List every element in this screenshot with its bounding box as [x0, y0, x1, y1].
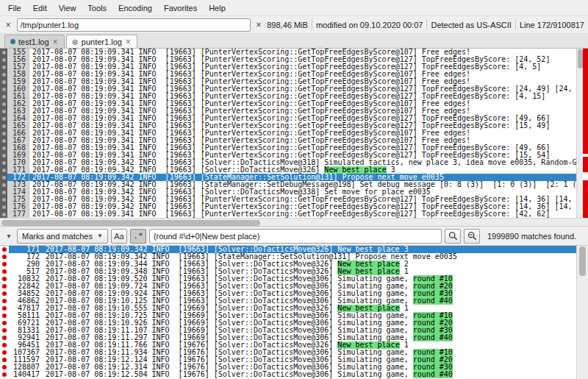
mark-gutter-cell[interactable] — [0, 275, 9, 283]
search-next-button[interactable] — [464, 229, 480, 244]
mark-gutter-cell[interactable] — [0, 71, 7, 78]
log-line[interactable]: 1652017-08-07 08:19:09.341 INFO [19663] … — [0, 122, 576, 130]
log-line[interactable]: 1602017-08-07 08:19:09.341 INFO [19663] … — [0, 85, 576, 93]
mark-gutter-cell[interactable] — [0, 93, 7, 100]
chevron-down-icon[interactable]: ▾ — [4, 230, 14, 242]
mark-gutter-cell[interactable] — [0, 203, 7, 210]
menu-tools[interactable]: Tools — [82, 1, 112, 15]
scrollbar-thumb[interactable] — [578, 49, 583, 68]
log-line[interactable]: 108322017-08-07 08:19:09.520 INFO [19663… — [0, 275, 576, 283]
mark-gutter-cell[interactable] — [0, 283, 9, 290]
log-line[interactable]: 1632017-08-07 08:19:09.341 INFO [19663] … — [0, 107, 576, 115]
log-line[interactable]: 1612017-08-07 08:19:09.341 INFO [19663] … — [0, 93, 576, 100]
mark-gutter-cell[interactable] — [0, 174, 7, 181]
mark-gutter-cell[interactable] — [0, 78, 7, 85]
regex-toggle[interactable]: .* — [130, 229, 146, 244]
mark-gutter-cell[interactable] — [0, 107, 7, 115]
mark-gutter-cell[interactable] — [0, 144, 7, 152]
log-line[interactable]: 1572017-08-07 08:19:09.341 INFO [19663] … — [0, 63, 576, 71]
log-line[interactable]: 1722017-08-07 08:19:09.342 INFO [19663] … — [0, 174, 576, 181]
menu-encoding[interactable]: Encoding — [112, 1, 158, 15]
match-overview-strip[interactable] — [583, 49, 588, 218]
mark-gutter-cell[interactable] — [0, 130, 7, 137]
search-pattern-input[interactable] — [149, 229, 442, 244]
mark-gutter-cell[interactable] — [0, 85, 7, 93]
tab-punter1-log[interactable]: ⊗ punter1.log × — [66, 35, 137, 48]
log-line[interactable]: 1552017-08-07 08:19:09.341 INFO [19663] … — [0, 49, 576, 56]
log-line[interactable]: 964512017-08-07 08:19:11.766 INFO [19676… — [0, 341, 576, 349]
match-case-toggle[interactable]: Aa — [111, 229, 127, 244]
mark-gutter-cell[interactable] — [0, 356, 9, 364]
file-path-input[interactable] — [17, 18, 251, 32]
log-line[interactable]: 1404172017-08-07 08:19:12.504 INFO [1967… — [0, 371, 576, 378]
log-line[interactable]: 478172017-08-07 08:19:10.555 INFO [19669… — [0, 305, 576, 312]
close-file-icon[interactable]: × — [4, 19, 13, 31]
menu-help[interactable]: Help — [203, 1, 232, 15]
mark-gutter-cell[interactable] — [0, 49, 7, 56]
log-line[interactable]: 1562017-08-07 08:19:09.341 INFO [19663] … — [0, 56, 576, 63]
filter-mode-select[interactable]: Marks and matches ▼ — [17, 229, 108, 244]
mark-gutter-cell[interactable] — [0, 268, 9, 275]
menu-file[interactable]: File — [2, 1, 27, 15]
filtered-log-view[interactable]: 1712017-08-07 08:19:09.342 INFO [19663] … — [0, 246, 576, 379]
vertical-scrollbar[interactable] — [577, 49, 583, 218]
log-line[interactable]: 1702017-08-07 08:19:09.342 INFO [19663] … — [0, 159, 576, 166]
search-button[interactable] — [445, 229, 461, 244]
tab-close-icon[interactable]: × — [52, 38, 59, 46]
log-line[interactable]: 1622017-08-07 08:19:09.341 INFO [19663] … — [0, 100, 576, 107]
log-line[interactable]: 2902017-08-07 08:19:09.344 INFO [19663] … — [0, 261, 576, 268]
mark-gutter-cell[interactable] — [0, 122, 7, 130]
clear-path-icon[interactable]: × — [254, 19, 264, 31]
log-line[interactable]: 1712017-08-07 08:19:09.342 INFO [19663] … — [0, 246, 576, 253]
mark-gutter-cell[interactable] — [0, 319, 9, 327]
mark-gutter-cell[interactable] — [0, 312, 9, 319]
mark-gutter-cell[interactable] — [0, 115, 7, 122]
log-line[interactable]: 1662017-08-07 08:19:09.341 INFO [19663] … — [0, 130, 576, 137]
log-line[interactable]: 468622017-08-07 08:19:10.125 INFO [19663… — [0, 297, 576, 305]
log-line[interactable]: 813312017-08-07 08:19:11.107 INFO [19669… — [0, 327, 576, 334]
scrollbar-thumb[interactable] — [579, 247, 586, 276]
mark-gutter-cell[interactable] — [0, 341, 9, 349]
tab-test1-log[interactable]: test1.log × — [4, 35, 65, 48]
mark-gutter-cell[interactable] — [0, 188, 7, 196]
mark-gutter-cell[interactable] — [0, 196, 7, 203]
log-line[interactable]: 1672017-08-07 08:19:09.341 INFO [19663] … — [0, 137, 576, 144]
horizontal-scrollbar[interactable] — [0, 218, 588, 227]
log-line[interactable]: 1115972017-08-07 08:19:12.124 INFO [1967… — [0, 356, 576, 364]
log-line[interactable]: 581112017-08-07 08:19:10.725 INFO [19669… — [0, 312, 576, 319]
log-line[interactable]: 1288072017-08-07 08:19:12.314 INFO [1967… — [0, 364, 576, 371]
mark-gutter-cell[interactable] — [0, 334, 9, 341]
main-log-view[interactable]: 1552017-08-07 08:19:09.341 INFO [19663] … — [0, 49, 576, 218]
mark-gutter-cell[interactable] — [0, 210, 7, 218]
tab-close-icon[interactable]: × — [125, 38, 132, 46]
mark-gutter-cell[interactable] — [0, 100, 7, 107]
menu-favorites[interactable]: Favorites — [158, 1, 203, 15]
mark-gutter-cell[interactable] — [0, 159, 7, 166]
mark-gutter-cell[interactable] — [0, 253, 9, 261]
mark-gutter-cell[interactable] — [0, 246, 9, 253]
mark-gutter-cell[interactable] — [0, 261, 9, 268]
log-line[interactable]: 1582017-08-07 08:19:09.341 INFO [19663] … — [0, 71, 576, 78]
log-line[interactable]: 697212017-08-07 08:19:10.926 INFO [19669… — [0, 319, 576, 327]
mark-gutter-cell[interactable] — [0, 290, 9, 297]
log-line[interactable]: 1722017-08-07 08:19:09.342 INFO [19663] … — [0, 253, 576, 261]
mark-gutter-cell[interactable] — [0, 371, 9, 378]
log-line[interactable]: 348522017-08-07 08:19:09.924 INFO [19663… — [0, 290, 576, 297]
mark-gutter-cell[interactable] — [0, 137, 7, 144]
mark-gutter-cell[interactable] — [0, 56, 7, 63]
log-line[interactable]: 1692017-08-07 08:19:09.341 INFO [19663] … — [0, 152, 576, 159]
mark-gutter-cell[interactable] — [0, 181, 7, 188]
filtered-vertical-scrollbar[interactable] — [576, 246, 588, 379]
log-line[interactable]: 1642017-08-07 08:19:09.341 INFO [19663] … — [0, 115, 576, 122]
mark-gutter-cell[interactable] — [0, 297, 9, 305]
log-line[interactable]: 1592017-08-07 08:19:09.341 INFO [19663] … — [0, 78, 576, 85]
menu-view[interactable]: View — [53, 1, 82, 15]
mark-gutter-cell[interactable] — [0, 63, 7, 71]
log-line[interactable]: 1742017-08-07 08:19:09.342 INFO [19663] … — [0, 188, 576, 196]
log-line[interactable]: 1073672017-08-07 08:19:11.934 INFO [1967… — [0, 349, 576, 356]
log-line[interactable]: 1712017-08-07 08:19:09.342 INFO [19663] … — [0, 166, 576, 174]
mark-gutter-cell[interactable] — [0, 327, 9, 334]
log-line[interactable]: 1732017-08-07 08:19:09.342 INFO [19663] … — [0, 181, 576, 188]
log-line[interactable]: 1772017-08-07 08:19:09.341 INFO [19663] … — [0, 210, 576, 218]
scrollbar-thumb[interactable] — [1, 220, 260, 226]
